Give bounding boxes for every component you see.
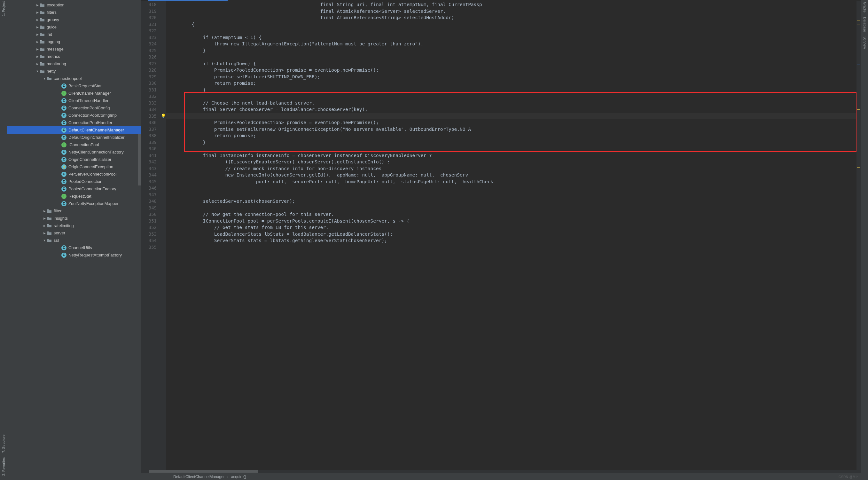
breadcrumb-method[interactable]: acquire() [231,475,246,479]
scrollbar-thumb[interactable] [149,470,258,473]
line-number[interactable]: 325 [141,47,157,54]
line-number-gutter[interactable]: 3183193203213223233243253263273283293303… [141,1,160,470]
tree-folder-netty[interactable]: ▼netty [7,67,141,75]
code-line[interactable]: throw new IllegalArgumentException("atte… [169,40,857,47]
code-line[interactable]: // Get the stats from LB for this server… [169,224,857,231]
tree-file-ConnectionPoolHandler[interactable]: CConnectionPoolHandler [7,119,141,126]
chevron-right-icon[interactable]: ▶ [35,33,40,36]
code-line[interactable] [169,205,857,211]
line-number[interactable]: 346 [141,185,157,191]
tree-folder-insights[interactable]: ▶insights [7,215,141,222]
code-line[interactable]: // Choose the next load-balanced server. [169,100,857,107]
tree-file-NettyRequestAttemptFactory[interactable]: CNettyRequestAttemptFactory [7,251,141,259]
chevron-right-icon[interactable]: ▶ [35,62,40,65]
code-line[interactable]: return promise; [169,132,857,139]
code-line[interactable]: ((DiscoveryEnabledServer) chosenServer).… [169,159,857,165]
line-number[interactable]: 354 [141,237,157,244]
line-number[interactable]: 319 [141,8,157,15]
chevron-right-icon[interactable]: ▶ [42,217,47,220]
line-number[interactable]: 344 [141,172,157,178]
code-line[interactable]: LoadBalancerStats lbStats = loadBalancer… [169,231,857,238]
tree-folder-metrics[interactable]: ▶metrics [7,53,141,60]
chevron-down-icon[interactable]: ▼ [42,239,47,242]
tree-file-BasicRequestStat[interactable]: CBasicRequestStat [7,82,141,90]
line-number[interactable]: 337 [141,126,157,133]
chevron-right-icon[interactable]: ▶ [35,26,40,29]
line-number[interactable]: 328 [141,67,157,73]
code-line[interactable]: selectedServer.set(chosenServer); [169,198,857,205]
tree-folder-guice[interactable]: ▶guice [7,23,141,31]
code-line[interactable]: new InstanceInfo(chosenServer.getId(), a… [169,172,857,178]
code-line[interactable]: // create mock instance info for non-dis… [169,165,857,172]
line-number[interactable]: 318 [141,1,157,8]
chevron-right-icon[interactable]: ▶ [35,3,40,7]
code-line[interactable] [169,191,857,198]
code-editor[interactable]: final String uri, final int attemptNum, … [166,1,857,470]
line-number[interactable]: 349 [141,205,157,211]
line-number[interactable]: 329 [141,73,157,80]
line-number[interactable]: 340 [141,146,157,152]
code-line[interactable]: if (attemptNum < 1) { [169,34,857,41]
toolwindow-favorites-button[interactable]: 2: Favorites [2,457,5,476]
line-number[interactable]: 326 [141,54,157,60]
tree-file-PooledConnectionFactory[interactable]: CPooledConnectionFactory [7,185,141,192]
line-number[interactable]: 347 [141,191,157,198]
tree-file-ClientTimeoutHandler[interactable]: CClientTimeoutHandler [7,97,141,104]
chevron-right-icon[interactable]: ▶ [42,209,47,213]
code-line[interactable]: if (shuttingDown) { [169,60,857,67]
chevron-down-icon[interactable]: ▼ [42,77,47,80]
chevron-down-icon[interactable]: ▼ [35,70,40,73]
tree-folder-ratelimiting[interactable]: ▶ratelimiting [7,222,141,229]
line-number[interactable]: 355 [141,244,157,251]
line-number[interactable]: 323 [141,34,157,41]
line-number[interactable]: 339 [141,139,157,146]
line-number[interactable]: 341 [141,152,157,159]
tree-file-ZuulNettyExceptionMapper[interactable]: CZuulNettyExceptionMapper [7,200,141,207]
horizontal-scrollbar[interactable] [141,470,861,473]
tree-folder-filter[interactable]: ▶filter [7,207,141,215]
tree-file-DefaultOriginChannelInitializer[interactable]: CDefaultOriginChannelInitializer [7,134,141,141]
code-line[interactable]: promise.setFailure(new OriginConnectExce… [169,126,857,133]
code-line[interactable]: IConnectionPool pool = perServerPools.co… [169,218,857,224]
line-number[interactable]: 322 [141,28,157,34]
line-number[interactable]: 352 [141,224,157,231]
fold-gutter[interactable]: 💡 [160,1,166,470]
tree-file-NettyClientConnectionFactory[interactable]: CNettyClientConnectionFactory [7,148,141,156]
chevron-right-icon[interactable]: ▶ [42,232,47,235]
code-line[interactable]: } [169,87,857,93]
tree-folder-ssl[interactable]: ▼ssl [7,237,141,244]
code-line[interactable]: { [169,21,857,28]
line-number[interactable]: 333 [141,100,157,107]
line-number[interactable]: 324 [141,40,157,47]
code-line[interactable]: } [169,47,857,54]
toolwindow-database-button[interactable]: Database [863,17,867,32]
code-line[interactable] [169,185,857,191]
chevron-right-icon[interactable]: ▶ [35,55,40,58]
line-number[interactable]: 338 [141,132,157,139]
line-number[interactable]: 320 [141,14,157,21]
line-number[interactable]: 348 [141,198,157,205]
line-number[interactable]: 334 [141,106,157,113]
code-line[interactable]: final AtomicReference<String> selectedHo… [169,14,857,21]
line-number[interactable]: 343 [141,165,157,172]
tree-folder-logging[interactable]: ▶logging [7,38,141,46]
code-line[interactable]: final String uri, final int attemptNum, … [169,1,857,8]
code-line[interactable]: Promise<PooledConnection> promise = even… [169,119,857,126]
tree-file-IConnectionPool[interactable]: IIConnectionPool [7,141,141,148]
tree-folder-monitoring[interactable]: ▶monitoring [7,60,141,67]
line-number[interactable]: 350 [141,211,157,218]
line-number[interactable]: 351 [141,218,157,224]
code-line[interactable]: } [169,139,857,146]
code-line[interactable] [169,244,857,251]
toolwindow-sciview-button[interactable]: SciView [863,36,867,49]
code-line[interactable]: ServerStats stats = lbStats.getSingleSer… [169,237,857,244]
error-stripe[interactable] [857,1,861,470]
tree-folder-server[interactable]: ▶server [7,229,141,237]
tree-file-ClientChannelManager[interactable]: IClientChannelManager [7,90,141,97]
toolwindow-project-button[interactable]: 1: Project [2,1,5,16]
tree-file-ConnectionPoolConfig[interactable]: CConnectionPoolConfig [7,104,141,112]
chevron-right-icon[interactable]: ▶ [35,40,40,43]
code-line[interactable]: promise.setFailure(SHUTTING_DOWN_ERR); [169,73,857,80]
chevron-right-icon[interactable]: ▶ [35,48,40,51]
tree-file-OriginChannelInitializer[interactable]: COriginChannelInitializer [7,156,141,163]
